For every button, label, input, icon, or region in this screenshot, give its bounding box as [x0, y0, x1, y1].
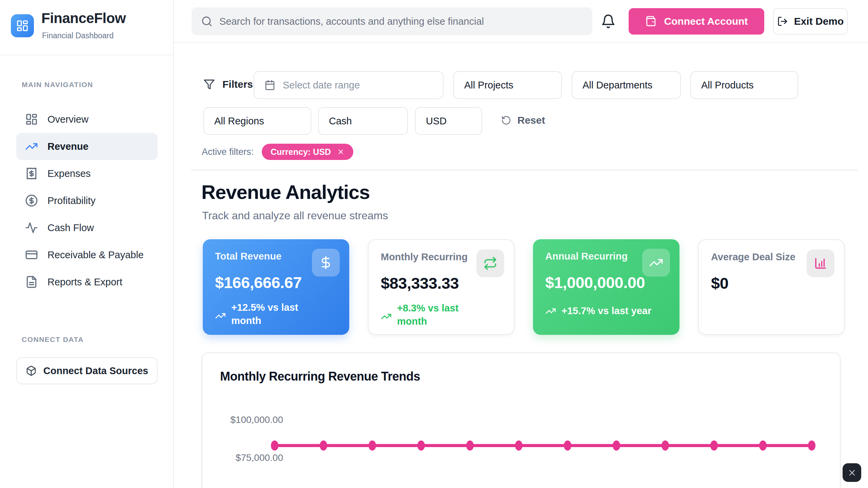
brand-block: FinanceFlow Financial Dashboard — [0, 0, 173, 55]
top-bar: Connect Account Exit Demo — [174, 0, 868, 43]
regions-filter-value: All Regions — [214, 116, 264, 127]
projects-filter-value: All Projects — [464, 80, 513, 91]
activity-icon — [25, 221, 38, 234]
sidebar-item-label: Expenses — [47, 168, 91, 179]
metric-change: +15.7% vs last year — [545, 304, 651, 318]
close-icon — [847, 468, 857, 477]
departments-filter-dropdown[interactable]: All Departments — [572, 71, 681, 99]
metric-value: $1,000,000.00 — [545, 273, 645, 292]
circle-dollar-icon — [25, 194, 38, 207]
annual-recurring-card: Annual Recurring $1,000,000.00 +15.7% vs… — [533, 239, 679, 335]
exit-demo-label: Exit Demo — [794, 16, 844, 27]
active-filters-row: Active filters: Currency: USD — [202, 144, 353, 160]
page-subtitle: Track and analyze all revenue streams — [202, 209, 388, 222]
chevron-down-icon — [778, 80, 787, 90]
layout-dashboard-icon — [25, 113, 38, 126]
sidebar-item-label: Overview — [47, 114, 88, 125]
brand-title: FinanceFlow — [41, 10, 126, 26]
connect-data-sources-label: Connect Data Sources — [43, 365, 148, 377]
dollar-icon — [312, 249, 340, 277]
active-filters-label: Active filters: — [202, 147, 254, 157]
search-icon — [201, 16, 213, 27]
close-overlay-button[interactable] — [843, 463, 861, 482]
connect-data-heading: CONNECT DATA — [22, 336, 84, 344]
chevron-down-icon — [291, 116, 300, 126]
reset-label: Reset — [517, 115, 545, 126]
mrr-trends-chart-card: Monthly Recurring Revenue Trends $100,00… — [202, 352, 841, 488]
accounting-basis-dropdown[interactable]: Cash — [318, 107, 408, 135]
exit-demo-button[interactable]: Exit Demo — [773, 8, 848, 35]
close-icon[interactable] — [337, 148, 344, 156]
sidebar-item-label: Cash Flow — [47, 222, 94, 233]
accounting-basis-value: Cash — [329, 116, 352, 127]
log-out-icon — [777, 16, 788, 27]
sidebar-item-expenses[interactable]: Expenses — [0, 160, 174, 187]
funnel-icon — [203, 79, 215, 90]
credit-card-icon — [25, 248, 38, 261]
chip-label: Currency: USD — [271, 147, 331, 157]
trending-up-icon — [215, 310, 226, 321]
app-logo-icon — [11, 14, 34, 37]
sidebar-item-profitability[interactable]: Profitability — [0, 187, 174, 214]
bar-chart-icon — [807, 249, 834, 277]
metric-value: $83,333.33 — [381, 274, 459, 292]
currency-filter-chip[interactable]: Currency: USD — [262, 144, 353, 160]
chevron-down-icon — [462, 116, 471, 126]
metric-value: $0 — [711, 274, 728, 292]
filters-label: Filters — [222, 79, 253, 90]
currency-dropdown[interactable]: USD — [415, 107, 482, 135]
cube-icon — [26, 365, 37, 376]
date-range-picker[interactable] — [254, 71, 443, 99]
brand-tagline: Financial Dashboard — [42, 31, 114, 40]
file-text-icon — [25, 276, 38, 288]
metric-value: $166,666.67 — [215, 273, 302, 292]
currency-value: USD — [426, 116, 447, 127]
trending-up-icon — [381, 311, 392, 322]
main-nav-heading: MAIN NAVIGATION — [22, 81, 93, 89]
monthly-recurring-card: Monthly Recurring $83,333.33 +8.3% vs la… — [368, 239, 514, 335]
connect-account-label: Connect Account — [664, 16, 748, 27]
search-input[interactable] — [219, 16, 583, 27]
average-deal-size-card: Average Deal Size $0 — [698, 239, 845, 335]
trending-up-icon — [545, 306, 556, 317]
section-divider — [191, 170, 857, 170]
products-filter-dropdown[interactable]: All Products — [690, 71, 798, 99]
sidebar: FinanceFlow Financial Dashboard MAIN NAV… — [0, 0, 174, 488]
sidebar-item-cash-flow[interactable]: Cash Flow — [0, 214, 174, 241]
calendar-icon — [264, 80, 275, 90]
connect-data-sources-button[interactable]: Connect Data Sources — [16, 357, 158, 384]
products-filter-value: All Products — [701, 80, 754, 91]
sidebar-item-overview[interactable]: Overview — [0, 106, 174, 133]
wallet-icon — [645, 16, 656, 27]
sidebar-nav: Overview Revenue Expenses Profitability … — [0, 106, 174, 296]
sidebar-item-reports-export[interactable]: Reports & Export — [0, 268, 174, 296]
filters-heading: Filters — [203, 79, 253, 90]
repeat-icon — [476, 249, 504, 277]
sidebar-item-receivable-payable[interactable]: Receivable & Payable — [0, 241, 174, 268]
trending-up-icon — [642, 249, 670, 277]
metric-change: +12.5% vs last month — [215, 301, 319, 327]
sidebar-item-label: Profitability — [47, 195, 96, 206]
page-title: Revenue Analytics — [201, 181, 370, 203]
connect-account-button[interactable]: Connect Account — [629, 8, 764, 35]
global-search[interactable] — [192, 7, 592, 35]
sidebar-item-label: Receivable & Payable — [47, 249, 144, 261]
chevron-down-icon — [660, 80, 670, 90]
trending-up-icon — [25, 140, 38, 153]
sidebar-item-label: Reports & Export — [47, 277, 122, 288]
notifications-bell-icon[interactable] — [601, 14, 616, 29]
rotate-ccw-icon — [501, 115, 511, 125]
regions-filter-dropdown[interactable]: All Regions — [203, 107, 311, 135]
reset-filters-button[interactable]: Reset — [501, 115, 545, 126]
chevron-down-icon — [541, 80, 551, 90]
projects-filter-dropdown[interactable]: All Projects — [453, 71, 562, 99]
departments-filter-value: All Departments — [583, 80, 652, 91]
metric-change: +8.3% vs last month — [381, 302, 485, 328]
sidebar-item-revenue[interactable]: Revenue — [16, 133, 158, 160]
mrr-line-chart — [202, 353, 841, 488]
sidebar-item-label: Revenue — [47, 141, 88, 152]
chevron-down-icon — [388, 116, 397, 126]
receipt-icon — [25, 167, 38, 180]
date-range-input[interactable] — [283, 80, 433, 91]
total-revenue-card: Total Revenue $166,666.67 +12.5% vs last… — [203, 239, 349, 335]
